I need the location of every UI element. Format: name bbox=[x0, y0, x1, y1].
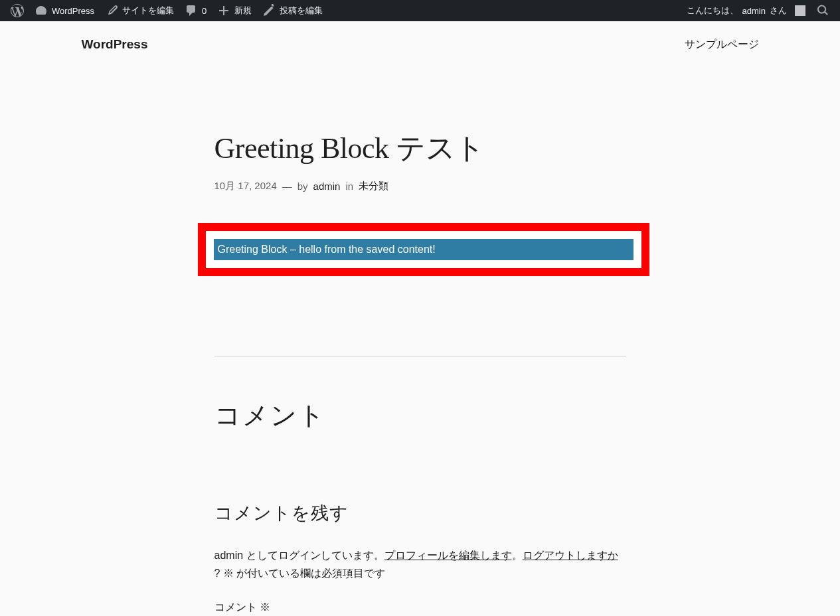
greeting-prefix: こんにちは、 bbox=[687, 5, 738, 17]
edit-site-menu[interactable]: サイトを編集 bbox=[100, 0, 179, 21]
dashboard-icon bbox=[35, 4, 48, 17]
leave-reply-heading: コメントを残す bbox=[214, 501, 626, 525]
admin-bar-right: こんにちは、admin さん bbox=[681, 0, 835, 21]
site-name-menu[interactable]: WordPress bbox=[29, 0, 100, 21]
new-content-menu[interactable]: 新規 bbox=[212, 0, 257, 21]
search-menu[interactable] bbox=[811, 0, 835, 21]
new-label: 新規 bbox=[234, 5, 252, 17]
comment-label: コメント ※ bbox=[214, 601, 626, 615]
admin-bar: WordPress サイトを編集 0 新規 投稿を編集 bbox=[0, 0, 840, 21]
logout-link[interactable]: ログアウトしますか bbox=[523, 550, 618, 561]
wordpress-logo-icon bbox=[11, 4, 24, 17]
by-label: by bbox=[297, 181, 308, 192]
primary-nav: サンプルページ bbox=[685, 38, 759, 52]
main-content: Greeting Block テスト 10月 17, 2024 — by adm… bbox=[208, 62, 633, 616]
in-label: in bbox=[345, 181, 353, 192]
edit-profile-link[interactable]: プロフィールを編集します bbox=[384, 550, 512, 561]
meta-separator: — bbox=[282, 181, 292, 192]
nav-sample-page[interactable]: サンプルページ bbox=[685, 38, 759, 50]
post-date[interactable]: 10月 17, 2024 bbox=[214, 180, 277, 193]
edit-post-label: 投稿を編集 bbox=[280, 5, 323, 17]
comments-count: 0 bbox=[202, 6, 207, 16]
search-icon bbox=[816, 4, 829, 17]
greeting-block-highlight: Greeting Block – hello from the saved co… bbox=[198, 223, 649, 276]
customize-icon bbox=[105, 4, 118, 17]
site-name-label: WordPress bbox=[52, 6, 94, 16]
required-note: ? ※ が付いている欄は必須項目です bbox=[214, 568, 386, 579]
greeting-block: Greeting Block – hello from the saved co… bbox=[214, 239, 633, 260]
logged-in-as: admin としてログインしています。プロフィールを編集します。ログアウトします… bbox=[214, 546, 626, 582]
greeting-suffix: さん bbox=[770, 5, 787, 17]
post-meta: 10月 17, 2024 — by admin in 未分類 bbox=[214, 180, 626, 193]
my-account-menu[interactable]: こんにちは、admin さん bbox=[681, 0, 811, 21]
admin-bar-left: WordPress サイトを編集 0 新規 投稿を編集 bbox=[5, 0, 328, 21]
wp-logo-menu[interactable] bbox=[5, 0, 29, 21]
post-title: Greeting Block テスト bbox=[214, 129, 626, 168]
logged-in-prefix: admin としてログインしています。 bbox=[214, 550, 384, 561]
site-title[interactable]: WordPress bbox=[82, 37, 148, 52]
comments-menu[interactable]: 0 bbox=[179, 0, 212, 21]
period1: 。 bbox=[512, 550, 523, 561]
content-divider bbox=[214, 356, 626, 356]
post-category[interactable]: 未分類 bbox=[359, 180, 388, 193]
edit-site-label: サイトを編集 bbox=[122, 5, 174, 17]
post-author[interactable]: admin bbox=[313, 181, 341, 192]
comment-icon bbox=[185, 4, 198, 17]
site-header: WordPress サンプルページ bbox=[55, 21, 786, 62]
comments-heading: コメント bbox=[214, 398, 626, 433]
edit-post-menu[interactable]: 投稿を編集 bbox=[257, 0, 328, 21]
plus-icon bbox=[217, 4, 230, 17]
greeting-username: admin bbox=[742, 6, 766, 16]
edit-icon bbox=[262, 4, 276, 17]
avatar-icon bbox=[795, 5, 805, 16]
